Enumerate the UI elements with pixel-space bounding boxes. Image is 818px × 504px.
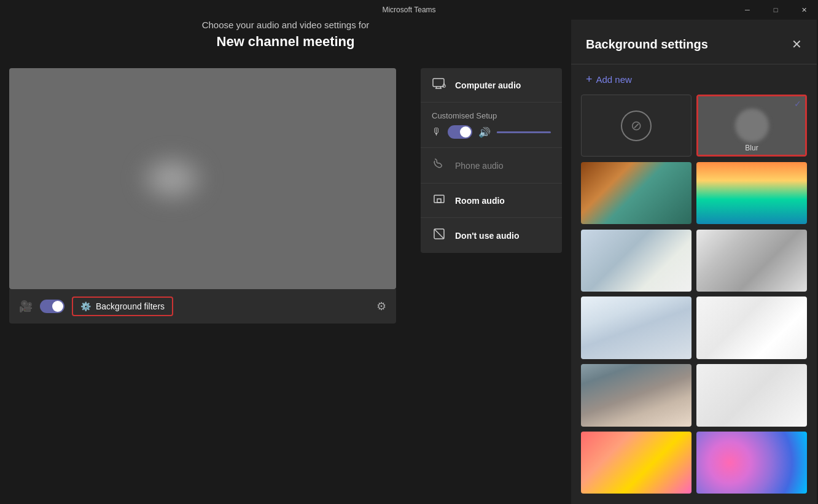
audio-panel: Computer audio Customised Setup 🎙 🔊 <box>421 68 562 253</box>
bg-scene-5-option[interactable] <box>581 297 691 359</box>
computer-audio-label: Computer audio <box>455 80 521 90</box>
maximize-button[interactable]: □ <box>762 0 790 20</box>
bg-scene-3-option[interactable] <box>581 230 691 292</box>
phone-audio-label: Phone audio <box>455 161 504 171</box>
bg-scene-7-option[interactable] <box>581 364 691 426</box>
window-controls: ─ □ ✕ <box>733 0 818 20</box>
meeting-header: Choose your audio and video settings for… <box>202 20 370 50</box>
add-new-label: Add new <box>596 74 632 85</box>
camera-icon[interactable]: 🎥 <box>19 300 33 313</box>
background-settings-panel: Background settings ✕ + Add new ⊘ ✓ Blur <box>571 20 817 504</box>
bg-scene-1-option[interactable] <box>581 162 691 224</box>
blur-label: Blur <box>745 144 758 152</box>
minimize-button[interactable]: ─ <box>733 0 762 20</box>
bg-scene-4-option[interactable] <box>696 230 807 292</box>
add-new-plus-icon: + <box>586 73 593 86</box>
computer-audio-icon <box>432 78 446 92</box>
speaker-icon: 🔊 <box>478 126 491 138</box>
bg-scene-10-option[interactable] <box>696 432 807 494</box>
svg-line-9 <box>434 229 444 239</box>
phone-audio-option[interactable]: Phone audio <box>421 148 562 184</box>
background-settings-title: Background settings <box>586 37 708 52</box>
customised-setup-option: Customised Setup 🎙 🔊 <box>421 103 562 148</box>
background-filters-button[interactable]: ⚙️ Background filters <box>72 297 173 316</box>
customised-controls: 🎙 🔊 <box>432 125 551 139</box>
background-settings-header: Background settings ✕ <box>571 20 817 64</box>
close-button[interactable]: ✕ <box>790 0 818 20</box>
audio-section: 🎥 ⚙️ Background filters ⚙ <box>12 68 559 324</box>
app-title: Microsoft Teams <box>382 6 435 14</box>
blur-circle <box>735 109 769 142</box>
customised-label: Customised Setup <box>432 111 497 120</box>
background-filters-label: Background filters <box>96 301 165 311</box>
video-preview <box>9 68 396 289</box>
add-new-button[interactable]: + Add new <box>571 64 817 95</box>
video-section: 🎥 ⚙️ Background filters ⚙ <box>9 68 396 324</box>
room-audio-label: Room audio <box>455 196 505 206</box>
mic-toggle[interactable] <box>448 125 472 139</box>
no-audio-label: Don't use audio <box>455 231 519 241</box>
camera-toggle[interactable] <box>40 300 64 313</box>
mic-icon: 🎙 <box>432 126 442 138</box>
bg-none-option[interactable]: ⊘ <box>581 95 691 157</box>
title-bar: Microsoft Teams ─ □ ✕ <box>0 0 818 20</box>
background-grid: ⊘ ✓ Blur <box>571 95 817 504</box>
background-filters-icon: ⚙️ <box>80 301 91 311</box>
bg-scene-2-option[interactable] <box>696 162 807 224</box>
phone-audio-icon <box>432 158 446 173</box>
meeting-subtitle: Choose your audio and video settings for <box>202 20 370 30</box>
meeting-title: New channel meeting <box>202 34 370 50</box>
volume-slider[interactable] <box>497 131 551 133</box>
video-toolbar: 🎥 ⚙️ Background filters ⚙ <box>9 289 396 324</box>
no-audio-option[interactable]: Don't use audio <box>421 218 562 253</box>
background-settings-close-button[interactable]: ✕ <box>792 37 802 52</box>
video-blur-overlay <box>135 151 209 206</box>
room-audio-icon <box>432 193 446 207</box>
blur-checkmark: ✓ <box>794 99 801 109</box>
content-area: Choose your audio and video settings for… <box>0 20 571 504</box>
computer-audio-option[interactable]: Computer audio <box>421 68 562 103</box>
no-bg-icon: ⊘ <box>621 110 652 141</box>
bg-scene-8-option[interactable] <box>696 364 807 426</box>
bg-scene-9-option[interactable] <box>581 432 691 494</box>
bg-scene-6-option[interactable] <box>696 297 807 359</box>
svg-rect-7 <box>437 199 441 203</box>
room-audio-option[interactable]: Room audio <box>421 184 562 218</box>
settings-icon[interactable]: ⚙ <box>376 300 386 313</box>
no-audio-icon <box>432 228 446 243</box>
bg-blur-option[interactable]: ✓ Blur <box>696 95 807 157</box>
main-content: Choose your audio and video settings for… <box>0 20 818 504</box>
